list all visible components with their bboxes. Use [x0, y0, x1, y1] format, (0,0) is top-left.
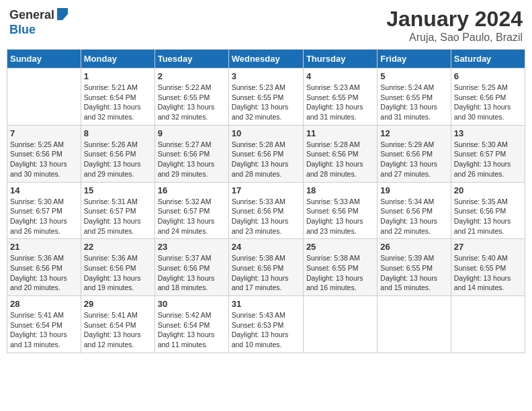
calendar-cell [378, 296, 451, 353]
calendar-cell: 4Sunrise: 5:23 AM Sunset: 6:55 PM Daylig… [303, 68, 377, 126]
day-info: Sunrise: 5:27 AM Sunset: 6:56 PM Dayligh… [158, 140, 226, 179]
page-title: January 2024 [386, 7, 523, 32]
calendar-cell: 14Sunrise: 5:30 AM Sunset: 6:57 PM Dayli… [7, 182, 81, 239]
calendar-cell: 10Sunrise: 5:28 AM Sunset: 6:56 PM Dayli… [228, 125, 303, 182]
day-number: 16 [158, 185, 226, 195]
day-info: Sunrise: 5:40 AM Sunset: 6:55 PM Dayligh… [454, 253, 522, 293]
day-number: 29 [84, 299, 152, 309]
day-number: 25 [306, 242, 374, 252]
calendar-cell: 3Sunrise: 5:23 AM Sunset: 6:55 PM Daylig… [228, 68, 303, 126]
day-number: 6 [454, 71, 522, 81]
calendar-cell: 5Sunrise: 5:24 AM Sunset: 6:55 PM Daylig… [378, 68, 451, 126]
day-number: 24 [232, 242, 300, 252]
day-info: Sunrise: 5:41 AM Sunset: 6:54 PM Dayligh… [10, 310, 78, 350]
calendar-cell: 12Sunrise: 5:29 AM Sunset: 6:56 PM Dayli… [378, 125, 451, 182]
day-number: 9 [158, 128, 226, 138]
day-info: Sunrise: 5:28 AM Sunset: 6:56 PM Dayligh… [232, 140, 300, 179]
calendar-cell: 8Sunrise: 5:26 AM Sunset: 6:56 PM Daylig… [81, 125, 154, 182]
logo-blue-text: Blue [9, 23, 36, 36]
calendar-cell: 28Sunrise: 5:41 AM Sunset: 6:54 PM Dayli… [7, 296, 81, 353]
week-row-5: 28Sunrise: 5:41 AM Sunset: 6:54 PM Dayli… [7, 296, 525, 353]
calendar-cell: 19Sunrise: 5:34 AM Sunset: 6:56 PM Dayli… [378, 182, 451, 239]
day-number: 5 [380, 71, 447, 81]
day-number: 12 [380, 128, 447, 138]
day-info: Sunrise: 5:23 AM Sunset: 6:55 PM Dayligh… [232, 83, 300, 122]
day-number: 22 [84, 242, 152, 252]
calendar-cell: 23Sunrise: 5:37 AM Sunset: 6:56 PM Dayli… [154, 239, 228, 296]
calendar-cell: 16Sunrise: 5:32 AM Sunset: 6:57 PM Dayli… [154, 182, 228, 239]
day-number: 1 [84, 71, 152, 81]
calendar-cell: 22Sunrise: 5:36 AM Sunset: 6:56 PM Dayli… [81, 239, 154, 296]
calendar-cell: 21Sunrise: 5:36 AM Sunset: 6:56 PM Dayli… [7, 239, 81, 296]
day-info: Sunrise: 5:22 AM Sunset: 6:55 PM Dayligh… [158, 83, 226, 122]
weekday-header-wednesday: Wednesday [228, 50, 303, 68]
day-number: 20 [454, 185, 522, 195]
day-info: Sunrise: 5:26 AM Sunset: 6:56 PM Dayligh… [84, 140, 152, 179]
day-info: Sunrise: 5:43 AM Sunset: 6:53 PM Dayligh… [232, 310, 300, 350]
day-info: Sunrise: 5:25 AM Sunset: 6:56 PM Dayligh… [10, 140, 78, 179]
day-info: Sunrise: 5:32 AM Sunset: 6:57 PM Dayligh… [158, 197, 226, 236]
day-number: 15 [84, 185, 152, 195]
day-number: 26 [380, 242, 447, 252]
calendar-cell: 2Sunrise: 5:22 AM Sunset: 6:55 PM Daylig… [154, 68, 228, 126]
calendar-cell: 29Sunrise: 5:41 AM Sunset: 6:54 PM Dayli… [81, 296, 154, 353]
day-info: Sunrise: 5:21 AM Sunset: 6:54 PM Dayligh… [84, 83, 152, 122]
calendar-cell: 13Sunrise: 5:30 AM Sunset: 6:57 PM Dayli… [451, 125, 525, 182]
svg-marker-0 [57, 8, 68, 20]
week-row-4: 21Sunrise: 5:36 AM Sunset: 6:56 PM Dayli… [7, 239, 525, 296]
day-number: 23 [158, 242, 226, 252]
day-info: Sunrise: 5:29 AM Sunset: 6:56 PM Dayligh… [380, 140, 447, 179]
calendar-cell: 15Sunrise: 5:31 AM Sunset: 6:57 PM Dayli… [81, 182, 154, 239]
calendar-cell: 24Sunrise: 5:38 AM Sunset: 6:56 PM Dayli… [228, 239, 303, 296]
calendar-table: SundayMondayTuesdayWednesdayThursdayFrid… [7, 49, 525, 353]
calendar-cell: 9Sunrise: 5:27 AM Sunset: 6:56 PM Daylig… [154, 125, 228, 182]
day-info: Sunrise: 5:38 AM Sunset: 6:55 PM Dayligh… [306, 253, 374, 293]
week-row-2: 7Sunrise: 5:25 AM Sunset: 6:56 PM Daylig… [7, 125, 525, 182]
day-info: Sunrise: 5:41 AM Sunset: 6:54 PM Dayligh… [84, 310, 152, 350]
week-row-1: 1Sunrise: 5:21 AM Sunset: 6:54 PM Daylig… [7, 68, 525, 126]
weekday-header-thursday: Thursday [303, 50, 377, 68]
calendar-cell: 11Sunrise: 5:28 AM Sunset: 6:56 PM Dayli… [303, 125, 377, 182]
week-row-3: 14Sunrise: 5:30 AM Sunset: 6:57 PM Dayli… [7, 182, 525, 239]
day-number: 13 [454, 128, 522, 138]
day-info: Sunrise: 5:37 AM Sunset: 6:56 PM Dayligh… [158, 253, 226, 293]
day-number: 30 [158, 299, 226, 309]
page-header: General Blue January 2024 Aruja, Sao Pau… [7, 7, 525, 44]
day-number: 2 [158, 71, 226, 81]
day-info: Sunrise: 5:38 AM Sunset: 6:56 PM Dayligh… [232, 253, 300, 293]
day-number: 17 [232, 185, 300, 195]
calendar-cell [7, 68, 81, 126]
weekday-header-sunday: Sunday [7, 50, 81, 68]
logo-arrow-icon [56, 8, 69, 23]
calendar-cell [451, 296, 525, 353]
page-subtitle: Aruja, Sao Paulo, Brazil [386, 32, 523, 44]
weekday-header-monday: Monday [81, 50, 154, 68]
day-info: Sunrise: 5:39 AM Sunset: 6:55 PM Dayligh… [380, 253, 447, 293]
calendar-cell: 31Sunrise: 5:43 AM Sunset: 6:53 PM Dayli… [228, 296, 303, 353]
day-info: Sunrise: 5:33 AM Sunset: 6:56 PM Dayligh… [306, 197, 374, 236]
day-number: 21 [10, 242, 78, 252]
day-number: 27 [454, 242, 522, 252]
calendar-cell: 30Sunrise: 5:42 AM Sunset: 6:54 PM Dayli… [154, 296, 228, 353]
weekday-header-friday: Friday [378, 50, 451, 68]
day-number: 28 [10, 299, 78, 309]
day-number: 31 [232, 299, 300, 309]
calendar-cell [303, 296, 377, 353]
day-number: 14 [10, 185, 78, 195]
day-info: Sunrise: 5:30 AM Sunset: 6:57 PM Dayligh… [10, 197, 78, 236]
calendar-cell: 27Sunrise: 5:40 AM Sunset: 6:55 PM Dayli… [451, 239, 525, 296]
calendar-cell: 17Sunrise: 5:33 AM Sunset: 6:56 PM Dayli… [228, 182, 303, 239]
day-info: Sunrise: 5:25 AM Sunset: 6:56 PM Dayligh… [454, 83, 522, 122]
day-info: Sunrise: 5:30 AM Sunset: 6:57 PM Dayligh… [454, 140, 522, 179]
day-number: 10 [232, 128, 300, 138]
weekday-header-tuesday: Tuesday [154, 50, 228, 68]
day-number: 18 [306, 185, 374, 195]
day-info: Sunrise: 5:33 AM Sunset: 6:56 PM Dayligh… [232, 197, 300, 236]
day-info: Sunrise: 5:28 AM Sunset: 6:56 PM Dayligh… [306, 140, 374, 179]
calendar-cell: 18Sunrise: 5:33 AM Sunset: 6:56 PM Dayli… [303, 182, 377, 239]
calendar-cell: 6Sunrise: 5:25 AM Sunset: 6:56 PM Daylig… [451, 68, 525, 126]
day-info: Sunrise: 5:35 AM Sunset: 6:56 PM Dayligh… [454, 197, 522, 236]
logo-general-text: General [9, 8, 54, 22]
calendar-cell: 1Sunrise: 5:21 AM Sunset: 6:54 PM Daylig… [81, 68, 154, 126]
calendar-cell: 7Sunrise: 5:25 AM Sunset: 6:56 PM Daylig… [7, 125, 81, 182]
